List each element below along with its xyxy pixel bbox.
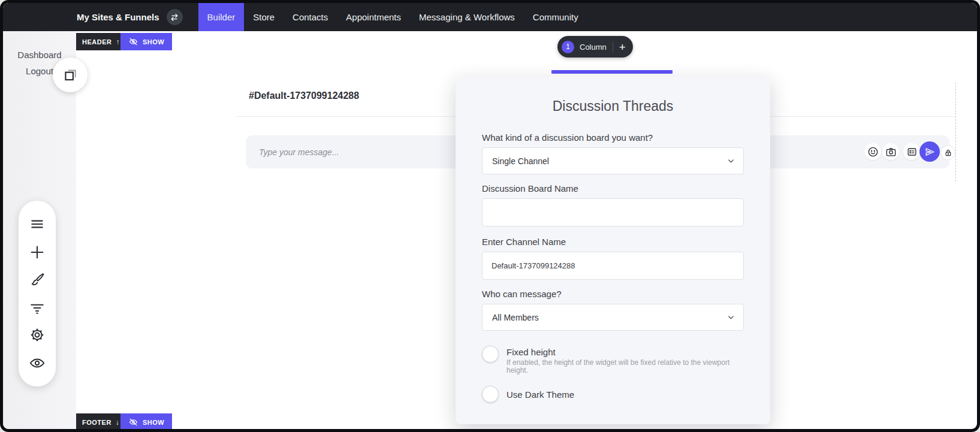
who-can-message-select[interactable]: All Members — [482, 304, 744, 331]
settings-button[interactable] — [27, 325, 47, 345]
nav-menu: Builder Store Contacts Appointments Mess… — [198, 3, 587, 31]
eye-off-icon — [128, 37, 138, 47]
fixed-height-texts: Fixed height If enabled, the height of t… — [506, 346, 731, 374]
paint-brush-icon — [29, 271, 46, 288]
hamburger-menu-icon — [29, 216, 45, 232]
nav-item-builder[interactable]: Builder — [198, 3, 245, 31]
poll-form-button[interactable] — [903, 143, 920, 160]
column-count-badge: 1 — [562, 41, 574, 53]
preview-button[interactable] — [27, 353, 47, 373]
footer-section-label: FOOTER — [82, 419, 111, 426]
lock-icon — [944, 149, 952, 157]
pill-divider — [613, 42, 613, 52]
footer-section-badge[interactable]: FOOTER ↓ — [76, 413, 125, 429]
board-type-label: What kind of a discussion board you want… — [482, 132, 744, 143]
who-can-message-label: Who can message? — [482, 289, 744, 299]
selected-column-indicator — [551, 70, 673, 74]
plus-icon — [29, 244, 46, 261]
camera-icon — [885, 146, 897, 158]
filter-lines-icon — [29, 300, 45, 315]
footer-show-button[interactable]: SHOW — [120, 413, 172, 429]
attach-photo-button[interactable] — [882, 143, 899, 160]
chevron-down-icon — [727, 313, 735, 321]
channel-name-input[interactable] — [482, 252, 744, 280]
nav-item-store[interactable]: Store — [244, 3, 284, 31]
channel-name-label: Enter Channel Name — [482, 237, 744, 247]
send-icon — [924, 146, 936, 158]
nav-item-messaging-workflows[interactable]: Messaging & Workflows — [410, 3, 524, 31]
eye-icon — [29, 355, 46, 371]
dark-theme-toggle-row: Use Dark Theme — [482, 386, 744, 403]
locked-widget-badge[interactable] — [940, 145, 955, 160]
nav-item-appointments[interactable]: Appointments — [337, 3, 410, 31]
nav-item-community[interactable]: Community — [524, 3, 587, 31]
gear-icon — [29, 327, 45, 343]
header-show-label: SHOW — [143, 38, 164, 46]
footer-show-label: SHOW — [143, 419, 164, 426]
dark-theme-toggle[interactable] — [482, 386, 499, 403]
form-card-icon — [906, 146, 918, 158]
app-window: My Sites & Funnels Builder Store Contact… — [0, 0, 980, 432]
nav-item-contacts[interactable]: Contacts — [284, 3, 337, 31]
fixed-height-description: If enabled, the height of the widget wil… — [506, 359, 731, 374]
theme-style-button[interactable] — [27, 270, 47, 290]
emoji-button[interactable] — [864, 143, 881, 160]
dark-theme-texts: Use Dark Theme — [506, 386, 574, 400]
header-show-button[interactable]: SHOW — [120, 33, 172, 50]
board-name-input[interactable] — [482, 198, 744, 226]
dark-theme-label: Use Dark Theme — [506, 387, 574, 400]
pages-button[interactable] — [53, 58, 88, 92]
send-message-button[interactable] — [919, 141, 940, 162]
column-control-pill: 1 Column + — [557, 36, 633, 58]
swap-arrows-icon — [170, 13, 179, 22]
add-column-button[interactable]: + — [619, 41, 626, 53]
column-dashed-border — [955, 83, 956, 182]
builder-canvas: My Sites & Funnels Builder Store Contact… — [3, 3, 977, 429]
arrow-down-icon: ↓ — [116, 418, 120, 427]
header-section-label: HEADER — [82, 38, 111, 46]
panel-title: Discussion Threads — [482, 98, 744, 114]
chevron-down-icon — [727, 157, 735, 165]
top-navigation: My Sites & Funnels Builder Store Contact… — [3, 3, 977, 31]
arrow-up-icon: ↑ — [116, 38, 120, 46]
channel-title: #Default-1737099124288 — [249, 90, 359, 101]
eye-off-icon — [128, 417, 138, 427]
add-element-button[interactable] — [27, 242, 47, 262]
fixed-height-label: Fixed height — [506, 347, 731, 357]
switch-site-button[interactable] — [167, 9, 183, 25]
layers-filter-button[interactable] — [27, 297, 47, 318]
header-section-badge[interactable]: HEADER ↑ — [76, 33, 126, 50]
board-name-label: Discussion Board Name — [482, 183, 744, 194]
fixed-height-toggle-row: Fixed height If enabled, the height of t… — [482, 346, 744, 374]
board-type-select[interactable]: Single Channel — [482, 147, 744, 174]
discussion-threads-settings-panel: Discussion Threads What kind of a discus… — [456, 77, 770, 424]
menu-button[interactable] — [27, 214, 47, 234]
board-type-value: Single Channel — [492, 156, 549, 166]
copy-pages-icon — [62, 67, 78, 83]
builder-toolbar — [19, 201, 56, 386]
emoji-smiley-icon — [867, 146, 879, 158]
sites-funnels-label[interactable]: My Sites & Funnels — [77, 12, 159, 22]
column-label[interactable]: Column — [580, 43, 607, 52]
fixed-height-toggle[interactable] — [482, 346, 499, 362]
who-can-message-value: All Members — [492, 313, 539, 322]
